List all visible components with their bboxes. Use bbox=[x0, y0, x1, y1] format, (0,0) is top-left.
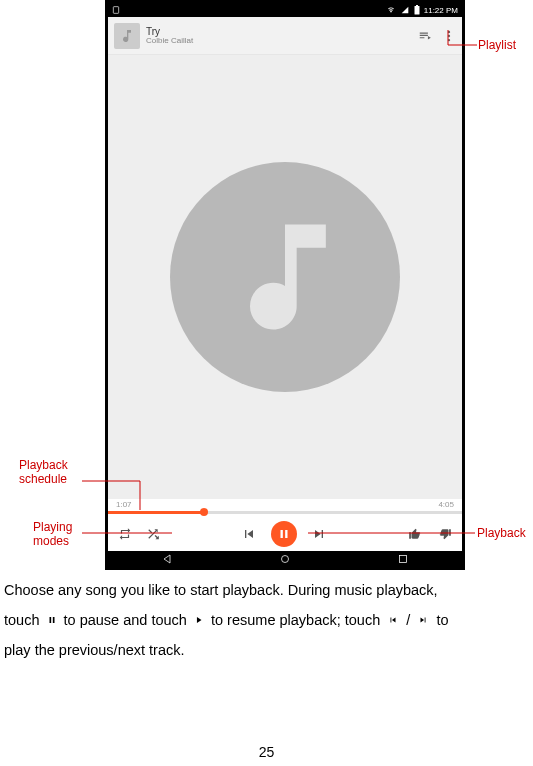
annotation-playback: Playback bbox=[477, 526, 526, 540]
status-bar: 11:22 PM bbox=[108, 3, 462, 17]
playlist-icon[interactable] bbox=[418, 29, 432, 43]
nav-back-icon[interactable] bbox=[161, 553, 173, 565]
instructions-paragraph: Choose any song you like to start playba… bbox=[0, 576, 533, 665]
controls-row bbox=[108, 517, 462, 551]
rating-group bbox=[408, 527, 458, 541]
android-nav-bar bbox=[108, 551, 462, 567]
phone-frame: 11:22 PM Try Colbie Caillat 1:07 4:05 bbox=[105, 0, 465, 570]
svg-rect-2 bbox=[416, 5, 418, 6]
progress-thumb[interactable] bbox=[200, 508, 208, 516]
svg-point-6 bbox=[282, 556, 289, 563]
svg-rect-7 bbox=[400, 556, 407, 563]
thumb-down-icon[interactable] bbox=[438, 527, 452, 541]
play-inline-icon bbox=[194, 606, 204, 636]
nav-recent-icon[interactable] bbox=[397, 553, 409, 565]
annotation-playlist: Playlist bbox=[478, 38, 516, 52]
song-meta: Try Colbie Caillat bbox=[146, 26, 412, 46]
battery-icon bbox=[414, 5, 420, 15]
svg-point-4 bbox=[448, 34, 450, 36]
album-thumbnail[interactable] bbox=[114, 23, 140, 49]
pause-inline-icon bbox=[47, 606, 57, 636]
phone-screen: 11:22 PM Try Colbie Caillat 1:07 4:05 bbox=[108, 3, 462, 567]
svg-point-3 bbox=[448, 30, 450, 32]
signal-icon bbox=[400, 6, 410, 14]
svg-rect-0 bbox=[113, 7, 118, 14]
notification-icon bbox=[112, 6, 120, 14]
status-time: 11:22 PM bbox=[424, 6, 458, 15]
pause-button[interactable] bbox=[271, 521, 297, 547]
page-number: 25 bbox=[0, 744, 533, 760]
song-title: Try bbox=[146, 26, 412, 37]
previous-icon[interactable] bbox=[241, 526, 257, 542]
next-icon[interactable] bbox=[311, 526, 327, 542]
time-row: 1:07 4:05 bbox=[108, 500, 462, 509]
svg-point-5 bbox=[448, 38, 450, 40]
top-bar: Try Colbie Caillat bbox=[108, 17, 462, 55]
progress-fill bbox=[108, 511, 204, 514]
music-note-icon bbox=[215, 207, 355, 347]
annotation-modes: Playing modes bbox=[33, 520, 72, 548]
playback-controls bbox=[160, 521, 408, 547]
wifi-icon bbox=[386, 6, 396, 14]
repeat-icon[interactable] bbox=[118, 527, 132, 541]
playing-modes-group bbox=[112, 527, 160, 541]
album-art-placeholder bbox=[170, 162, 400, 392]
more-icon[interactable] bbox=[442, 29, 456, 43]
shuffle-icon[interactable] bbox=[146, 527, 160, 541]
thumb-up-icon[interactable] bbox=[408, 527, 422, 541]
time-total: 4:05 bbox=[438, 500, 454, 509]
progress-track[interactable] bbox=[108, 511, 462, 514]
prev-inline-icon bbox=[387, 606, 399, 636]
song-artist: Colbie Caillat bbox=[146, 37, 412, 46]
time-elapsed: 1:07 bbox=[116, 500, 132, 509]
next-inline-icon bbox=[417, 606, 429, 636]
annotation-schedule: Playback schedule bbox=[19, 458, 68, 486]
nav-home-icon[interactable] bbox=[279, 553, 291, 565]
album-art-area bbox=[108, 55, 462, 499]
svg-rect-1 bbox=[414, 6, 419, 15]
